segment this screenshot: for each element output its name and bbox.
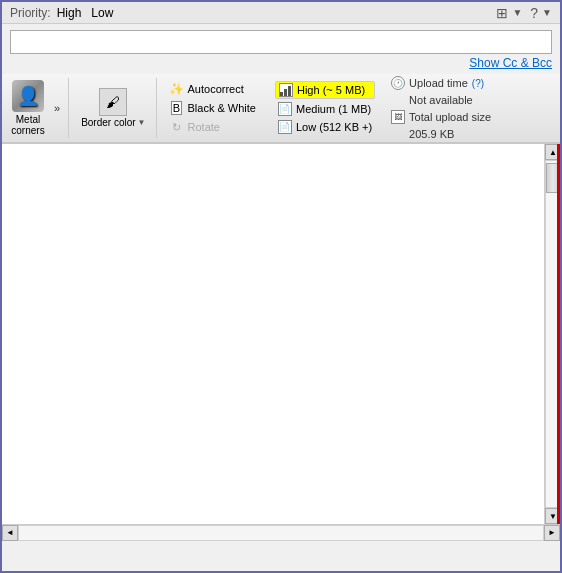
show-cc-bcc-link[interactable]: Show Cc & Bcc (469, 56, 552, 70)
quality-medium-label: Medium (1 MB) (296, 103, 371, 115)
border-color-dropdown-icon: ▼ (138, 118, 146, 127)
total-size-value: 205.9 KB (391, 128, 454, 140)
total-size-value-row: 205.9 KB (391, 128, 491, 140)
bw-doc-icon: B (171, 101, 182, 115)
scroll-right-button[interactable]: ► (544, 525, 560, 541)
more-button[interactable]: » (52, 100, 62, 116)
rotate-icon: ↻ (170, 120, 184, 134)
rotate-arrow-icon: ↻ (172, 121, 181, 134)
priority-toolbar: Priority: High Low ⊞ ▼ ? ▼ (2, 2, 560, 24)
email-body[interactable] (2, 144, 544, 524)
scroll-down-icon: ▼ (549, 512, 557, 521)
ribbon-upload-section: 🕐 Upload time (?) Not available 🖼 Total … (383, 78, 499, 138)
black-white-label: Black & White (188, 102, 256, 114)
border-color-button[interactable]: 🖌 Border color ▼ (77, 86, 149, 130)
metal-icon-area: 👤 Metal corners (8, 80, 48, 136)
rotate-label: Rotate (188, 121, 220, 133)
black-white-icon: B (170, 101, 184, 115)
metal-icon: 👤 (12, 80, 44, 112)
ribbon-border-section: 🖌 Border color ▼ (71, 78, 156, 138)
clock-icon: 🕐 (391, 76, 405, 90)
wand-icon: ✨ (169, 82, 184, 96)
toolbar-help-chevron-icon[interactable]: ▼ (542, 7, 552, 18)
quality-high-label: High (~ 5 MB) (297, 84, 365, 96)
ribbon-toolbar: 👤 Metal corners » 🖌 Border color ▼ (2, 74, 560, 144)
black-white-item[interactable]: B Black & White (167, 100, 259, 116)
ribbon-metal-section: 👤 Metal corners » (2, 78, 69, 138)
quality-medium-icon: 📄 (278, 102, 292, 116)
medium-doc-icon: 📄 (279, 104, 290, 114)
quality-low-icon: 📄 (278, 120, 292, 134)
priority-high-option[interactable]: High (57, 6, 82, 20)
total-size-label: Total upload size (409, 111, 491, 123)
horizontal-scrollbar-area: ◄ ► (2, 524, 560, 540)
scroll-left-button[interactable]: ◄ (2, 525, 18, 541)
upload-time-label: Upload time (409, 77, 468, 89)
upload-time-row: 🕐 Upload time (?) (391, 76, 491, 90)
scroll-left-icon: ◄ (6, 528, 14, 537)
ribbon-quality-section: High (~ 5 MB) 📄 Medium (1 MB) 📄 Low (512… (269, 78, 381, 138)
paintbrush-icon: 🖌 (106, 94, 120, 110)
quality-high-item[interactable]: High (~ 5 MB) (275, 81, 375, 99)
autocorrect-label: Autocorrect (188, 83, 244, 95)
toolbar-right-icons: ⊞ ▼ ? ▼ (496, 5, 552, 21)
image-upload-icon: 🖼 (391, 110, 405, 124)
toolbar-chevron-icon[interactable]: ▼ (512, 7, 522, 18)
rotate-item[interactable]: ↻ Rotate (167, 119, 259, 135)
total-size-row: 🖼 Total upload size (391, 110, 491, 124)
scroll-right-icon: ► (548, 528, 556, 537)
border-color-label: Border color (81, 117, 135, 128)
priority-label: Priority: (10, 6, 51, 20)
cc-bcc-row: Show Cc & Bcc (10, 56, 552, 70)
upload-help-button[interactable]: (?) (472, 78, 484, 89)
quality-medium-item[interactable]: 📄 Medium (1 MB) (275, 101, 375, 117)
signal-bars-icon (280, 84, 291, 96)
metal-person-icon: 👤 (17, 85, 39, 107)
toolbar-grid-icon[interactable]: ⊞ (496, 5, 508, 21)
quality-low-label: Low (512 KB +) (296, 121, 372, 133)
quality-high-icon (279, 83, 293, 97)
autocorrect-item[interactable]: ✨ Autocorrect (167, 81, 259, 97)
metal-label: Metal corners (11, 114, 44, 136)
upload-not-available-value: Not available (391, 94, 473, 106)
autocorrect-icon: ✨ (170, 82, 184, 96)
toolbar-help-icon[interactable]: ? (530, 5, 538, 21)
red-accent-border (557, 144, 560, 524)
upload-not-available-row: Not available (391, 94, 491, 106)
scroll-up-icon: ▲ (549, 148, 557, 157)
priority-low-option[interactable]: Low (91, 6, 113, 20)
main-content-area: ▲ ▼ (2, 144, 560, 524)
quality-low-item[interactable]: 📄 Low (512 KB +) (275, 119, 375, 135)
to-address-bar[interactable] (10, 30, 552, 54)
low-doc-icon: 📄 (279, 122, 290, 132)
ribbon-autocorrect-section: ✨ Autocorrect B Black & White ↻ Rotate (159, 78, 267, 138)
border-color-icon: 🖌 (99, 88, 127, 116)
hscroll-track[interactable] (18, 525, 544, 541)
